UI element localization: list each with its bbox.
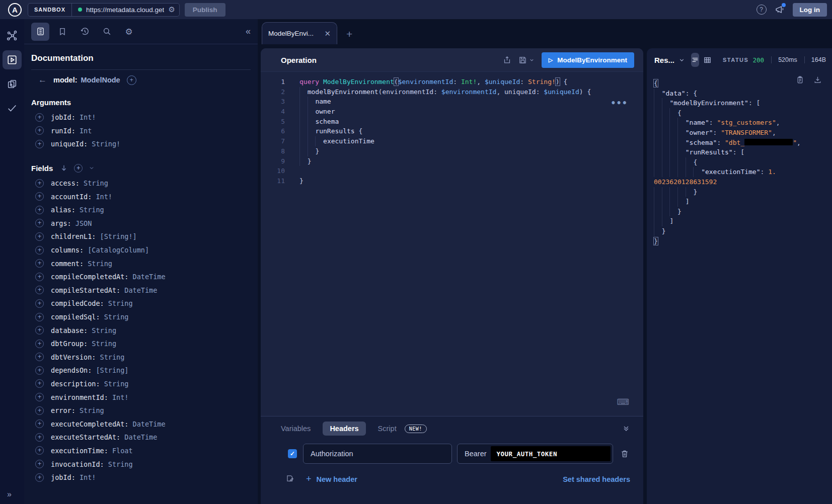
- search-button[interactable]: [98, 23, 116, 41]
- code-line[interactable]: 2modelByEnvironment(environmentId: $envi…: [261, 87, 643, 97]
- add-to-query-plus-icon[interactable]: +: [35, 232, 44, 241]
- set-shared-headers-link[interactable]: Set shared headers: [563, 475, 630, 483]
- endpoint-settings-gear-icon[interactable]: ⚙: [164, 5, 179, 14]
- add-to-query-plus-icon[interactable]: +: [35, 259, 44, 268]
- nav-operations-button[interactable]: [3, 74, 22, 94]
- code-line[interactable]: 5schema: [261, 117, 643, 127]
- add-to-query-plus-icon[interactable]: +: [35, 406, 44, 415]
- add-to-query-plus-icon[interactable]: +: [35, 192, 44, 201]
- announcements-button[interactable]: [775, 5, 785, 15]
- new-header-button[interactable]: + New header: [306, 474, 357, 484]
- add-to-query-plus-icon[interactable]: +: [35, 113, 44, 122]
- sort-descending-icon[interactable]: [60, 164, 68, 172]
- raw-view-toggle[interactable]: [691, 53, 699, 67]
- response-dropdown-chevron-icon[interactable]: [678, 57, 685, 63]
- add-to-query-plus-icon[interactable]: +: [35, 179, 44, 188]
- collapse-doc-panel-button[interactable]: «: [246, 26, 251, 37]
- code-line[interactable]: 1query ModelByEnvironment($environmentId…: [261, 77, 643, 87]
- field-row[interactable]: +dbtVersion: String: [31, 351, 251, 364]
- field-row[interactable]: +compileCompletedAt: DateTime: [31, 270, 251, 284]
- collapse-panel-button[interactable]: [622, 425, 630, 433]
- close-tab-icon[interactable]: ✕: [324, 29, 331, 38]
- field-row[interactable]: +compiledCode: String: [31, 297, 251, 310]
- add-to-query-plus-icon[interactable]: +: [35, 366, 44, 375]
- copy-response-button[interactable]: [796, 75, 804, 84]
- add-to-query-plus-icon[interactable]: +: [35, 140, 44, 148]
- edit-as-text-button[interactable]: [285, 474, 295, 484]
- code-line[interactable]: 11}: [261, 176, 643, 186]
- run-operation-button[interactable]: ▷ ModelByEnvironment: [542, 52, 634, 68]
- field-row[interactable]: +childrenL1: [String!]: [31, 230, 251, 243]
- add-to-query-plus-icon[interactable]: +: [35, 126, 44, 135]
- add-to-query-plus-icon[interactable]: +: [35, 433, 44, 442]
- documentation-tab-button[interactable]: [31, 23, 49, 41]
- header-value-input[interactable]: Bearer YOUR_AUTH_TOKEN: [457, 444, 613, 464]
- save-operation-group[interactable]: [518, 56, 535, 64]
- add-to-query-plus-icon[interactable]: +: [35, 379, 44, 388]
- add-all-fields-plus-icon[interactable]: +: [74, 164, 83, 173]
- field-row[interactable]: +environmentId: Int!: [31, 390, 251, 404]
- response-json[interactable]: {"data": {"modelByEnvironment": [{"name"…: [647, 71, 832, 246]
- tab-script[interactable]: Script: [378, 425, 397, 433]
- field-row[interactable]: +compileStartedAt: DateTime: [31, 284, 251, 297]
- endpoint-control[interactable]: SANDBOX https://metadata.cloud.get ⚙: [28, 3, 180, 17]
- login-button[interactable]: Log in: [793, 3, 827, 17]
- code-line[interactable]: 4owner: [261, 107, 643, 117]
- add-to-query-plus-icon[interactable]: +: [35, 340, 44, 348]
- history-button[interactable]: [75, 23, 94, 41]
- help-icon[interactable]: ?: [757, 5, 767, 15]
- auth-token-value[interactable]: YOUR_AUTH_TOKEN: [491, 446, 611, 461]
- nav-explorer-button[interactable]: [3, 50, 22, 69]
- argument-row[interactable]: +runId: Int: [31, 124, 251, 138]
- code-line[interactable]: 6runResults {: [261, 126, 643, 136]
- breadcrumb-type-name[interactable]: ModelNode: [81, 76, 120, 84]
- field-row[interactable]: +description: String: [31, 377, 251, 391]
- add-to-query-plus-icon[interactable]: +: [35, 206, 44, 214]
- field-row[interactable]: +error: String: [31, 404, 251, 417]
- code-line[interactable]: 9}: [261, 156, 643, 166]
- field-row[interactable]: +executeCompletedAt: DateTime: [31, 417, 251, 431]
- keyboard-shortcuts-icon[interactable]: ⌨: [617, 397, 629, 407]
- response-title[interactable]: Res...: [654, 56, 674, 64]
- back-arrow-icon[interactable]: ←: [38, 75, 47, 85]
- new-tab-button[interactable]: +: [346, 28, 352, 40]
- saved-operations-button[interactable]: [53, 23, 71, 41]
- add-to-query-plus-icon[interactable]: +: [35, 446, 44, 455]
- field-row[interactable]: +dbtGroup: String: [31, 337, 251, 351]
- endpoint-url-input[interactable]: https://metadata.cloud.get: [86, 6, 164, 14]
- code-line[interactable]: 10: [261, 166, 643, 176]
- field-row[interactable]: +jobId: Int!: [31, 471, 251, 484]
- add-field-plus-icon[interactable]: +: [127, 75, 136, 85]
- add-to-query-plus-icon[interactable]: +: [35, 419, 44, 428]
- field-row[interactable]: +access: String: [31, 177, 251, 190]
- add-to-query-plus-icon[interactable]: +: [35, 353, 44, 361]
- header-enabled-checkbox[interactable]: ✓: [288, 449, 297, 458]
- share-icon[interactable]: [503, 56, 511, 64]
- field-row[interactable]: +executionTime: Float: [31, 444, 251, 458]
- add-to-query-plus-icon[interactable]: +: [35, 273, 44, 281]
- nav-schema-button[interactable]: [3, 26, 22, 45]
- add-to-query-plus-icon[interactable]: +: [35, 313, 44, 321]
- field-row[interactable]: +compiledSql: String: [31, 310, 251, 324]
- code-line[interactable]: 3name: [261, 97, 643, 107]
- editor-more-menu[interactable]: •••: [611, 98, 628, 108]
- field-row[interactable]: +columns: [CatalogColumn]: [31, 243, 251, 257]
- add-to-query-plus-icon[interactable]: +: [35, 393, 44, 401]
- query-editor[interactable]: 1query ModelByEnvironment($environmentId…: [261, 72, 643, 416]
- field-row[interactable]: +args: JSON: [31, 217, 251, 230]
- code-line[interactable]: 8}: [261, 146, 643, 156]
- table-view-toggle[interactable]: [703, 53, 712, 67]
- add-to-query-plus-icon[interactable]: +: [35, 460, 44, 468]
- field-row[interactable]: +alias: String: [31, 203, 251, 217]
- operation-tab[interactable]: ModelByEnvi... ✕: [262, 22, 337, 44]
- field-row[interactable]: +comment: String: [31, 257, 251, 270]
- argument-row[interactable]: +uniqueId: String!: [31, 137, 251, 151]
- add-to-query-plus-icon[interactable]: +: [35, 246, 44, 255]
- code-line[interactable]: 7executionTime: [261, 136, 643, 146]
- field-row[interactable]: +database: String: [31, 323, 251, 337]
- field-row[interactable]: +invocationId: String: [31, 457, 251, 471]
- add-to-query-plus-icon[interactable]: +: [35, 286, 44, 294]
- add-to-query-plus-icon[interactable]: +: [35, 219, 44, 227]
- argument-row[interactable]: +jobId: Int!: [31, 111, 251, 124]
- explorer-settings-button[interactable]: ⚙: [120, 23, 138, 41]
